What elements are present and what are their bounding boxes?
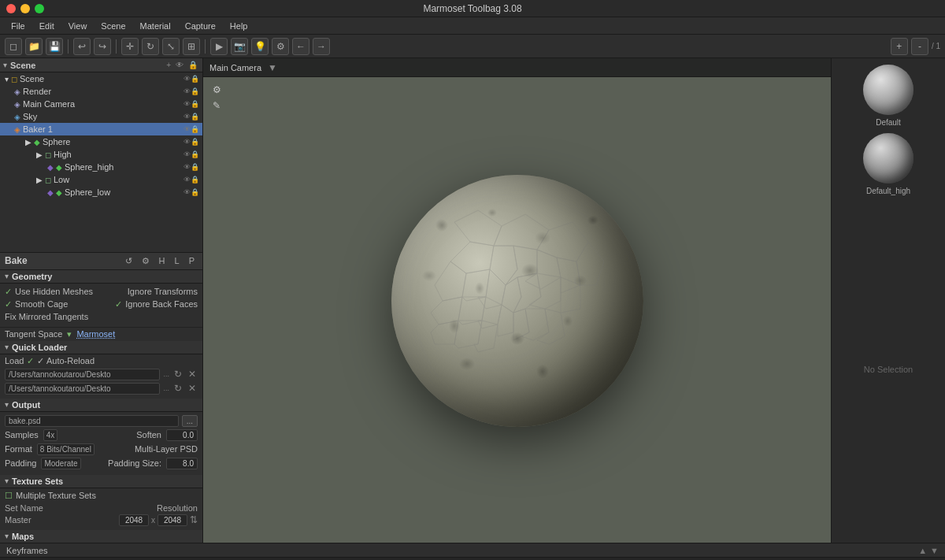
toolbar-forward[interactable]: → — [313, 38, 330, 55]
tree-item-baker[interactable]: ◈ Baker 1 👁 🔒 — [0, 123, 202, 135]
viewport-camera-arrow-icon[interactable]: ▼ — [268, 62, 277, 73]
toolbar-render[interactable]: ▶ — [210, 38, 228, 55]
menu-capture[interactable]: Capture — [179, 20, 222, 32]
menu-scene[interactable]: Scene — [94, 20, 132, 32]
sphere-high-lock-icon[interactable]: 🔒 — [191, 163, 199, 171]
tree-item-high[interactable]: ▶ ◻ High 👁 🔒 — [0, 148, 202, 161]
geometry-section-header[interactable]: ▾ Geometry — [0, 270, 202, 284]
toolbar-snap[interactable]: ⊞ — [183, 38, 200, 55]
material-default-high-ball[interactable] — [863, 133, 914, 184]
baker-p-btn[interactable]: P — [186, 255, 198, 266]
toolbar-open[interactable]: 📁 — [25, 38, 43, 55]
res-height-input[interactable] — [158, 514, 187, 526]
scene-add-icon[interactable]: + — [165, 60, 172, 70]
close-button[interactable] — [6, 4, 16, 13]
baker-refresh-btn[interactable]: ↺ — [122, 255, 135, 267]
toolbar-minus[interactable]: - — [911, 38, 928, 55]
viewport-tool2[interactable]: ✎ — [209, 99, 224, 112]
output-file-input[interactable] — [5, 415, 179, 427]
baker-l-btn[interactable]: L — [172, 255, 183, 266]
low-vis-icon[interactable]: 👁 — [183, 176, 191, 184]
toolbar-save[interactable]: 💾 — [46, 38, 63, 55]
scene-lock-icon[interactable]: 🔒 — [187, 60, 199, 70]
menu-file[interactable]: File — [5, 20, 32, 32]
tree-item-sphere[interactable]: ▶ ◆ Sphere 👁 🔒 — [0, 135, 202, 148]
baker-lock-icon[interactable]: 🔒 — [191, 125, 199, 133]
sphere-low-vis-icon[interactable]: 👁 — [183, 188, 191, 196]
tree-item-low[interactable]: ▶ ◻ Low 👁 🔒 — [0, 173, 202, 186]
menu-help[interactable]: Help — [224, 20, 254, 32]
ql-path1-clear-btn[interactable]: ✕ — [187, 369, 198, 380]
toolbar-camera[interactable]: 📷 — [231, 38, 248, 55]
low-lock-icon[interactable]: 🔒 — [191, 176, 199, 184]
texture-sets-header[interactable]: ▾ Texture Sets — [0, 475, 202, 488]
render-lock-icon[interactable]: 🔒 — [191, 87, 199, 95]
ql-path2-clear-btn[interactable]: ✕ — [187, 383, 198, 394]
ql-path2-input[interactable]: /Users/tannokoutarou/Deskto — [5, 383, 160, 395]
high-lock-icon[interactable]: 🔒 — [191, 150, 199, 158]
kf-collapse-icon[interactable]: ▲ — [918, 546, 927, 555]
ts-master-row: Master x ⇅ — [5, 514, 198, 526]
camera-vis-icon[interactable]: 👁 — [183, 100, 191, 108]
toolbar-scale[interactable]: ⤡ — [162, 38, 180, 55]
maps-arrow-icon: ▾ — [5, 532, 9, 540]
toolbar-light[interactable]: 💡 — [251, 38, 269, 55]
kf-expand-icon[interactable]: ▼ — [930, 546, 939, 555]
menu-edit[interactable]: Edit — [33, 20, 61, 32]
high-vis-icon[interactable]: 👁 — [183, 150, 191, 158]
toolbar-settings[interactable]: ⚙ — [272, 38, 289, 55]
maximize-button[interactable] — [35, 4, 44, 13]
padding-dropdown[interactable]: Moderate — [41, 458, 80, 469]
toolbar: ◻ 📁 💾 ↩ ↪ ✛ ↻ ⤡ ⊞ ▶ 📷 💡 ⚙ ← → + - / 1 — [0, 35, 945, 58]
soften-value[interactable]: 0.0 — [166, 429, 198, 441]
menu-material[interactable]: Material — [134, 20, 177, 32]
viewport-tool1[interactable]: ⚙ — [209, 83, 224, 96]
maps-section-header[interactable]: ▾ Maps — [0, 530, 202, 543]
toolbar-translate[interactable]: ✛ — [121, 38, 139, 55]
tree-item-scene[interactable]: ▾ ◻ Scene 👁 🔒 — [0, 72, 202, 85]
toolbar-new[interactable]: ◻ — [5, 38, 22, 55]
sphere-low-lock-icon[interactable]: 🔒 — [191, 188, 199, 196]
ql-path1-input[interactable]: /Users/tannokoutarou/Deskto — [5, 369, 160, 380]
res-stepper-icon[interactable]: ⇅ — [190, 514, 198, 525]
tree-item-camera[interactable]: ◈ Main Camera 👁 🔒 — [0, 98, 202, 110]
res-width-input[interactable] — [119, 514, 149, 526]
material-default-ball[interactable] — [863, 65, 914, 115]
padding-size-value[interactable]: 8.0 — [166, 458, 198, 469]
camera-lock-icon[interactable]: 🔒 — [191, 100, 199, 108]
toolbar-rotate[interactable]: ↻ — [142, 38, 159, 55]
toolbar-undo[interactable]: ↩ — [73, 38, 91, 55]
render-vis-icon[interactable]: 👁 — [183, 87, 191, 95]
output-section-header[interactable]: ▾ Output — [0, 399, 202, 412]
scene-eye-icon[interactable]: 👁 — [174, 60, 185, 70]
sphere-vis-icon[interactable]: 👁 — [183, 138, 191, 146]
baker-settings-btn[interactable]: ⚙ — [139, 255, 153, 267]
samples-dropdown[interactable]: 4x — [43, 429, 58, 441]
toolbar-back[interactable]: ← — [292, 38, 309, 55]
sphere-lock-icon[interactable]: 🔒 — [191, 138, 199, 146]
tree-item-render[interactable]: ◈ Render 👁 🔒 — [0, 85, 202, 98]
baker-vis-icon[interactable]: 👁 — [183, 125, 191, 133]
tree-item-sphere-low[interactable]: ◆ ◆ Sphere_low 👁 🔒 — [0, 186, 202, 198]
scene-lock-icon2[interactable]: 🔒 — [191, 75, 199, 83]
toolbar-redo[interactable]: ↪ — [94, 38, 111, 55]
material-default-high-label: Default_high — [866, 187, 910, 195]
tree-item-sphere-high[interactable]: ◆ ◆ Sphere_high 👁 🔒 — [0, 161, 202, 173]
ql-path2-refresh-btn[interactable]: ↻ — [172, 383, 183, 394]
tangent-space-value[interactable]: Marmoset — [76, 329, 115, 339]
format-dropdown[interactable]: 8 Bits/Channel — [37, 443, 94, 455]
output-browse-btn[interactable]: ... — [182, 415, 198, 427]
minimize-button[interactable] — [20, 4, 30, 13]
ql-path1-refresh-btn[interactable]: ↻ — [172, 369, 183, 380]
baker-toolbar: Bake ↺ ⚙ H L P — [0, 253, 202, 270]
sky-lock-icon[interactable]: 🔒 — [191, 113, 199, 121]
scene-vis-icon[interactable]: 👁 — [183, 75, 191, 83]
fix-mirrored-tangents-label: Fix Mirrored Tangents — [5, 312, 88, 321]
toolbar-plus[interactable]: + — [891, 38, 908, 55]
sphere-high-vis-icon[interactable]: 👁 — [183, 163, 191, 171]
quick-loader-section-header[interactable]: ▾ Quick Loader — [0, 341, 202, 354]
baker-h-btn[interactable]: H — [156, 255, 169, 266]
tree-item-sky[interactable]: ◈ Sky 👁 🔒 — [0, 110, 202, 123]
menu-view[interactable]: View — [62, 20, 94, 32]
sky-vis-icon[interactable]: 👁 — [183, 113, 191, 121]
